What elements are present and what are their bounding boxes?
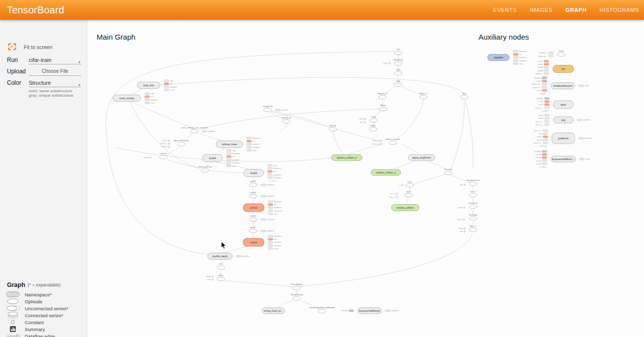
node-label: save: [561, 103, 566, 106]
node-label: Exponen...: [538, 55, 547, 57]
op-node-FixedLengthRecordReader[interactable]: [318, 309, 326, 313]
op-node-Rank[interactable]: [369, 127, 377, 131]
node-label: conv1: [536, 153, 541, 156]
annotation-edge: [509, 57, 513, 60]
op-node-transpose[interactable]: [469, 205, 477, 209]
tab-histograms[interactable]: HISTOGRAMS: [599, 7, 639, 13]
op-node-Sqrt[interactable]: [394, 71, 402, 75]
node-label: random_uniform: [397, 207, 414, 209]
node-label: gradient...: [391, 309, 400, 312]
const-node-start[interactable]: [364, 121, 366, 123]
legend-label: Namespace*: [25, 292, 52, 297]
op-node-Square[interactable]: [329, 127, 337, 131]
fit-to-screen-icon[interactable]: [8, 43, 16, 51]
fit-to-screen-label[interactable]: Fit to screen: [24, 44, 53, 50]
op-node-adjust_contrast[interactable]: [389, 141, 397, 145]
op-node-concat[interactable]: [160, 155, 167, 159]
op-node-noop[interactable]: [557, 53, 565, 56]
color-select[interactable]: Structure ▾: [29, 78, 81, 87]
annotation-edge: [141, 98, 145, 100]
annotation-chip: [226, 162, 231, 164]
const-node-begin[interactable]: [464, 227, 465, 229]
op-node-Maximum[interactable]: [394, 61, 402, 65]
choose-file-button[interactable]: Choose File: [29, 67, 81, 76]
op-node-Rank[1-2][interactable]: [282, 119, 290, 123]
op-node-Cast[interactable]: [217, 266, 225, 270]
const-node-default[interactable]: [168, 146, 169, 147]
const-node-min_1[interactable]: [396, 193, 397, 194]
op-node-pool1[interactable]: [249, 229, 257, 233]
node-label: save: [170, 89, 174, 91]
op-node-pool2[interactable]: [249, 183, 257, 187]
const-node-size[interactable]: [464, 184, 465, 185]
annotation-chip: [385, 310, 390, 312]
op-node-norm2[interactable]: [249, 194, 257, 198]
op-node-Square_1[interactable]: [378, 95, 386, 99]
const-node-size[interactable]: [464, 230, 465, 232]
const-node-values[interactable]: [168, 140, 169, 141]
op-node-Reshape[1-3][interactable]: [201, 168, 209, 172]
op-node-SparseToDense[interactable]: [177, 142, 185, 146]
node-label: min_val: [373, 140, 379, 142]
tab-images[interactable]: IMAGES: [530, 7, 552, 13]
op-node-range[1-3][interactable]: [264, 108, 271, 112]
app-title: TensorBoard: [7, 4, 64, 16]
op-node-cross_entropy_per_example[interactable]: [190, 129, 198, 133]
op-node-DecodeRaw[interactable]: [293, 286, 301, 290]
const-node-shape[interactable]: [150, 157, 151, 158]
node-label: cross_e...: [535, 120, 543, 123]
annotation-chip: [542, 86, 547, 88]
op-node-Reverse[interactable]: [444, 171, 452, 175]
annotation-chip: [579, 85, 584, 87]
annotation-chip: [544, 120, 549, 122]
node-label: GradientDescent: [553, 84, 573, 87]
op-node-norm1[interactable]: [249, 218, 257, 222]
op-node-Div[interactable]: [394, 51, 402, 55]
node-label: pack: [406, 190, 411, 193]
op-node-Sub[interactable]: [394, 83, 402, 87]
node-label: init: [151, 95, 154, 98]
op-node-range[interactable]: [370, 118, 377, 122]
node-label: gradient...: [242, 255, 251, 257]
annotation-edge: [243, 144, 247, 150]
op-node-Mean_1[interactable]: [420, 95, 428, 99]
node-label: softmax_linear: [221, 143, 237, 146]
op-node-pack[interactable]: [405, 193, 413, 197]
annotation-edge: [243, 138, 247, 144]
node-label: cross_e...: [534, 142, 542, 144]
const-node-max_val[interactable]: [380, 143, 381, 145]
color-caption-2: gray: unique substructure: [29, 93, 73, 98]
const-node-perm[interactable]: [463, 207, 465, 208]
tab-events[interactable]: EVENTS: [493, 7, 517, 13]
graph-edge: [106, 128, 211, 255]
const-node-delta[interactable]: [364, 118, 366, 119]
op-node-Mean[interactable]: [379, 107, 387, 111]
const-node-y[interactable]: [401, 184, 403, 186]
const-node-max_1[interactable]: [396, 196, 397, 198]
node-label: begin: [206, 276, 211, 278]
const-node-begin[interactable]: [212, 276, 213, 277]
const-node-sparse_i[interactable]: [168, 143, 169, 144]
op-node-RandomCrop[interactable]: [469, 182, 477, 186]
const-node-Const[interactable]: [389, 62, 390, 64]
op-node-ReaderRead[interactable]: [293, 296, 301, 300]
annotation-chip: [226, 159, 231, 161]
op-node-Less[interactable]: [406, 183, 414, 187]
tab-graph[interactable]: GRAPH: [566, 7, 587, 13]
op-node-Cast_1[interactable]: [469, 193, 477, 197]
const-node-min_val[interactable]: [380, 140, 381, 141]
op-node-Slice_1[interactable]: [469, 228, 477, 232]
op-node-Reshape[interactable]: [469, 217, 477, 221]
run-select[interactable]: cifar-train ▾: [29, 56, 81, 64]
const-node-size[interactable]: [212, 279, 213, 280]
graph-edge: [413, 174, 444, 184]
node-label: init: [253, 140, 256, 142]
op-node-Slice[interactable]: [217, 277, 225, 281]
node-label: avg: [170, 79, 173, 82]
op-node-Sub[interactable]: [460, 95, 468, 99]
graph-canvas[interactable]: Constdeltastartmin_valmax_valvaluesspars…: [87, 20, 644, 337]
node-label: shuffle_batch: [213, 255, 228, 258]
node-label: conv1: [538, 60, 543, 62]
const-node-shape[interactable]: [463, 219, 464, 220]
annotation-chip: [261, 195, 266, 197]
